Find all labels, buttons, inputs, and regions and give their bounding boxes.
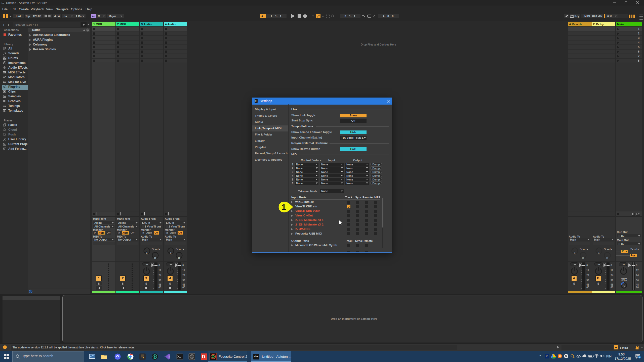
svg-text:1: 1 [281, 203, 286, 212]
svg-text:2: 2 [639, 356, 640, 359]
